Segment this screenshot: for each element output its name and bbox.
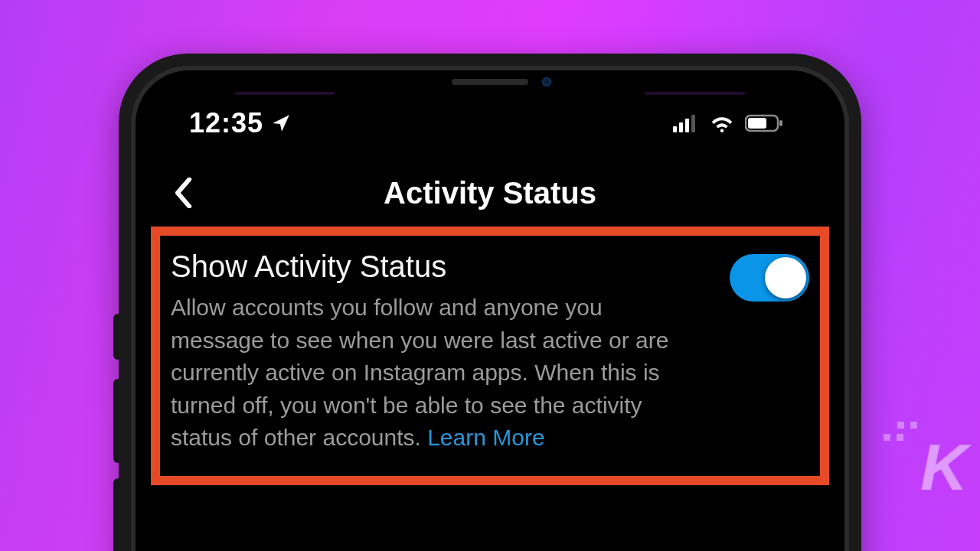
- wifi-icon: [710, 107, 734, 139]
- watermark: K: [920, 429, 965, 505]
- setting-row: Show Activity Status Allow accounts you …: [171, 249, 809, 455]
- watermark-letter: K: [920, 430, 965, 504]
- svg-rect-2: [685, 119, 689, 132]
- setting-description: Allow accounts you follow and anyone you…: [171, 292, 699, 455]
- phone-screen: 12:35: [136, 70, 844, 551]
- page-header: Activity Status: [136, 170, 844, 216]
- phone-frame: 12:35: [119, 54, 861, 551]
- learn-more-link[interactable]: Learn More: [427, 425, 544, 450]
- activity-status-toggle[interactable]: [730, 254, 809, 302]
- toggle-knob: [765, 257, 806, 298]
- glow-line: [235, 93, 335, 94]
- svg-rect-3: [691, 115, 695, 132]
- status-time: 12:35: [189, 107, 263, 139]
- highlight-annotation-box: Show Activity Status Allow accounts you …: [151, 227, 829, 485]
- back-button[interactable]: [166, 176, 200, 210]
- page-title: Activity Status: [384, 176, 596, 210]
- glow-line: [645, 93, 745, 94]
- cellular-signal-icon: [673, 107, 699, 139]
- chevron-left-icon: [172, 178, 194, 208]
- front-camera: [542, 77, 551, 86]
- svg-rect-1: [679, 122, 683, 132]
- phone-bezel: 12:35: [131, 66, 849, 551]
- phone-notch: [383, 70, 597, 93]
- battery-icon: [745, 107, 783, 139]
- setting-description-text: Allow accounts you follow and anyone you…: [171, 295, 668, 450]
- svg-rect-6: [779, 120, 782, 126]
- location-arrow-icon: [271, 113, 291, 133]
- speaker-grille: [452, 79, 528, 85]
- svg-rect-0: [673, 126, 677, 132]
- watermark-dots: [897, 422, 917, 429]
- status-bar: 12:35: [136, 107, 844, 139]
- setting-title: Show Activity Status: [171, 249, 699, 284]
- svg-rect-5: [748, 118, 766, 129]
